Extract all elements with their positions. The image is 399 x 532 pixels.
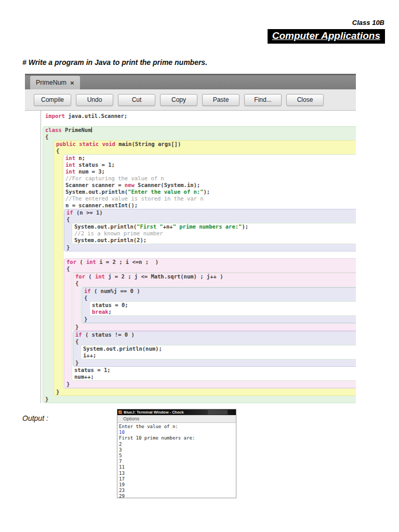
code-line: }	[82, 316, 356, 323]
code-line: class PrimeNum	[43, 127, 356, 134]
code-line: {	[64, 265, 356, 272]
terminal-line: 7	[119, 459, 236, 464]
code-line: public static void main(String args[])	[54, 141, 356, 148]
terminal-line: 19	[119, 482, 236, 488]
toolbar-button-find[interactable]: Find...	[244, 94, 282, 106]
terminal-window-controls[interactable]	[208, 410, 228, 415]
scope-lav: if ( status != 0 ){System.out.println(nu…	[73, 331, 356, 367]
code-line: int n;	[63, 155, 356, 162]
code-line: for ( int i = 2 ; i <=n ; )	[64, 259, 356, 265]
editor-toolbar: CompileUndoCutCopyPasteFind...Close	[25, 89, 356, 111]
toolbar-button-undo[interactable]: Undo	[76, 94, 113, 106]
code-line: System.out.println(2);	[72, 237, 356, 244]
code-line: break;	[90, 309, 356, 315]
code-line: if ( num%j == 0 )	[82, 288, 356, 295]
tab-primenum[interactable]: PrimeNum ×	[30, 76, 80, 89]
code-line: {	[54, 148, 356, 154]
scope-white: if ( num%j == 0 ){status = 0;break;}	[81, 287, 356, 324]
code-line: }	[54, 389, 356, 395]
terminal-title: BlueJ: Terminal Window - Check	[124, 410, 184, 415]
code-line: System.out.println("Enter the value of n…	[63, 189, 356, 195]
code-line: System.out.println("First "+n+" prime nu…	[72, 223, 356, 230]
code-line: //The entered value is stored in the var…	[63, 195, 356, 202]
terminal-titlebar[interactable]: BlueJ: Terminal Window - Check	[117, 409, 236, 415]
code-line: //2 is a known prime number	[72, 230, 356, 237]
code-line: int num = 3;	[63, 168, 356, 175]
terminal-line: Enter the value of n:	[119, 424, 236, 430]
code-line: }	[64, 381, 356, 388]
question-text: # Write a program in Java to print the p…	[22, 58, 207, 66]
terminal-line: 11	[119, 464, 236, 470]
code-line: if ( status != 0 )	[73, 331, 356, 338]
scope-green: class PrimeNum{public static void main(S…	[43, 126, 356, 403]
code-line: System.out.println(num);	[81, 345, 356, 352]
code-line: //For capturing the value of n	[63, 175, 356, 182]
terminal-line: 3	[119, 447, 236, 453]
scope-white: System.out.println("First "+n+" prime nu…	[72, 223, 356, 244]
code-line: status = 1;	[72, 367, 356, 374]
code-line: }	[64, 244, 356, 251]
code-line: i++;	[81, 352, 356, 359]
subject-title: Computer Applications	[268, 29, 385, 44]
code-line: if (n >= 1)	[64, 209, 356, 216]
class-label: Class 10B	[352, 19, 384, 26]
toolbar-button-copy[interactable]: Copy	[160, 94, 197, 106]
code-content: import java.util.Scanner; class PrimeNum…	[25, 111, 356, 403]
code-line: }	[73, 324, 356, 330]
scope-none: import java.util.Scanner; class PrimeNum…	[43, 113, 356, 403]
bluej-app-icon	[118, 410, 122, 414]
tab-close-icon[interactable]: ×	[70, 79, 74, 86]
tab-title: PrimeNum	[36, 79, 66, 86]
terminal-line: 13	[119, 471, 236, 476]
terminal-line: First 10 prime numbers are:	[119, 435, 236, 441]
scope-lav: if (n >= 1){System.out.println("First "+…	[64, 209, 356, 251]
terminal-line: 17	[119, 476, 236, 482]
code-line: for ( int j = 2 ; j <= Math.sqrt(num) ; …	[73, 273, 356, 280]
output-label: Output :	[22, 414, 48, 422]
terminal-line: 29	[119, 494, 236, 499]
code-line: {	[73, 338, 356, 345]
code-line: {	[82, 295, 356, 301]
toolbar-button-compile[interactable]: Compile	[34, 94, 71, 106]
toolbar-button-paste[interactable]: Paste	[202, 94, 240, 106]
scope-lav: if ( num%j == 0 ){status = 0;break;}	[82, 287, 356, 323]
terminal-line: 10	[119, 430, 236, 435]
terminal-menubar: Options	[117, 415, 236, 423]
terminal-window: BlueJ: Terminal Window - Check Options E…	[117, 409, 236, 498]
scope-white: System.out.println(num);i++;	[81, 345, 356, 360]
scope-yellow: public static void main(String args[]){i…	[54, 140, 356, 396]
terminal-line: 5	[119, 453, 236, 459]
terminal-menu-options[interactable]: Options	[123, 416, 139, 421]
terminal-output[interactable]: Enter the value of n:10First 10 prime nu…	[117, 423, 236, 499]
terminal-line: 2	[119, 442, 236, 447]
code-line: {	[64, 216, 356, 223]
code-editor-area[interactable]: import java.util.Scanner; class PrimeNum…	[25, 111, 356, 406]
scope-pink: for ( int j = 2 ; j <= Math.sqrt(num) ; …	[73, 273, 356, 331]
document-page: Class 10B Computer Applications # Write …	[0, 0, 399, 532]
code-line: }	[73, 360, 356, 366]
scope-white: for ( int j = 2 ; j <= Math.sqrt(num) ; …	[72, 272, 356, 381]
code-line: n = scanner.nextInt();	[63, 202, 356, 209]
text-cursor	[91, 127, 92, 132]
toolbar-button-close[interactable]: Close	[286, 94, 324, 106]
code-line	[63, 251, 356, 258]
code-line: {	[43, 134, 356, 140]
code-line: status = 0;	[90, 302, 356, 309]
code-line: num++;	[72, 374, 356, 380]
editor-gutter-divider	[41, 111, 41, 403]
scope-white: status = 0;break;	[89, 301, 356, 316]
toolbar-button-cut[interactable]: Cut	[118, 94, 155, 106]
code-line: import java.util.Scanner;	[43, 113, 356, 119]
code-line: int status = 1;	[63, 162, 356, 168]
code-line: Scanner scanner = new Scanner(System.in)…	[63, 182, 356, 189]
scope-wbody: int n;int status = 1;int num = 3;//For c…	[63, 154, 356, 389]
editor-tab-bar: PrimeNum ×	[25, 74, 356, 89]
code-line: }	[43, 396, 356, 403]
terminal-line: 23	[119, 488, 236, 494]
code-line	[43, 119, 356, 126]
code-line: {	[73, 280, 356, 287]
bluej-editor-window: PrimeNum × CompileUndoCutCopyPasteFind..…	[25, 74, 356, 406]
scope-pink: for ( int i = 2 ; i <=n ; ){for ( int j …	[64, 258, 356, 388]
